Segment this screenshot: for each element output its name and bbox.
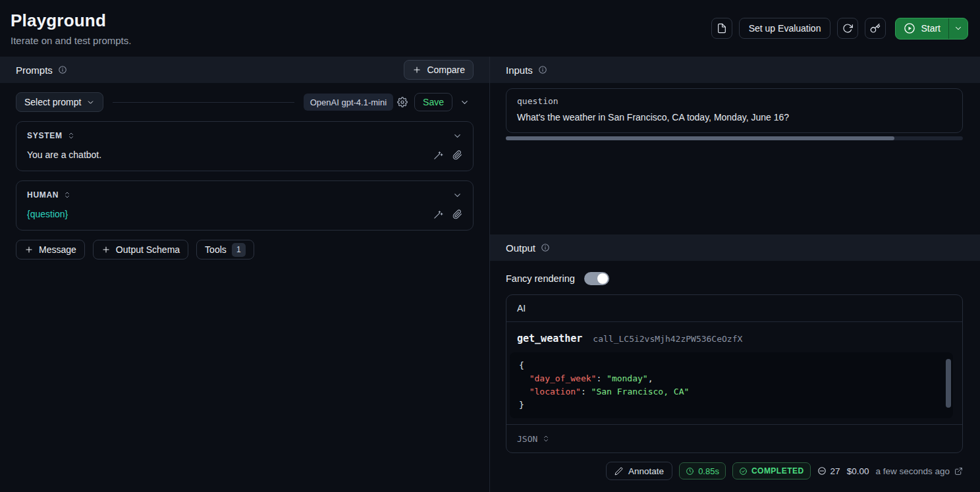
topbar-titles: Playground Iterate on and test prompts. [11,11,131,46]
latency-value: 0.85s [698,466,719,476]
add-message-button[interactable]: Message [16,240,85,260]
message-content[interactable]: You are a chatbot. [27,150,433,160]
tools-button[interactable]: Tools 1 [196,240,254,260]
tool-arguments-code-block[interactable]: { "day_of_week": "monday", "location": "… [510,352,953,418]
message-actions [433,150,462,160]
page-title: Playground [11,11,131,31]
horizontal-scrollbar-thumb[interactable] [506,136,894,140]
external-link-icon [954,467,963,476]
select-prompt-label: Select prompt [24,97,81,107]
annotate-button[interactable]: Annotate [606,462,672,480]
add-output-schema-button[interactable]: Output Schema [93,240,188,260]
json-string: "San Francisco, CA" [591,387,690,396]
output-format-selector[interactable]: JSON [506,424,962,452]
paperclip-icon[interactable] [452,209,462,219]
reorder-icon[interactable] [67,132,75,140]
toolbar-divider [113,102,294,103]
vertical-scrollbar [946,358,951,412]
refresh-icon [842,23,853,34]
reorder-icon [542,435,550,443]
cost-value[interactable]: $0.00 [847,466,869,476]
collapse-toolbar-button[interactable] [455,93,474,111]
check-circle-icon [739,467,748,476]
code-line: "location": "San Francisco, CA" [519,385,944,398]
add-message-label: Message [39,244,76,255]
wand-icon[interactable] [433,209,443,219]
tools-label: Tools [205,244,227,255]
plus-icon [24,245,34,254]
start-button[interactable]: Start [896,18,948,39]
collapse-message-icon[interactable] [452,131,462,141]
plus-icon [101,245,111,254]
time-ago-label: a few seconds ago [875,466,950,476]
code-line: "day_of_week": "monday", [519,372,944,385]
result-footer: Annotate 0.85s COMPLETED [506,462,963,480]
clock-icon [686,467,694,476]
fancy-rendering-label: Fancy rendering [506,273,575,284]
paperclip-icon[interactable] [452,150,462,160]
prompts-title: Prompts [16,65,53,76]
input-variable-value[interactable]: What's the weather in San Francisco, CA … [517,112,952,123]
tool-call-id: call_LC5i2vsMjh42zPW536CeOzfX [593,334,742,344]
output-header: Output [490,234,980,261]
save-button[interactable]: Save [414,93,452,111]
tool-call-row: get_weather call_LC5i2vsMjh42zPW536CeOzf… [506,322,962,352]
setup-evaluation-button[interactable]: Set up Evaluation [739,18,831,39]
message-body: You are a chatbot. [27,147,462,163]
vertical-scrollbar-thumb[interactable] [946,359,951,408]
latency-badge[interactable]: 0.85s [679,462,726,479]
io-panel: Inputs question What's the weather in Sa… [490,57,980,492]
select-prompt-dropdown[interactable]: Select prompt [16,92,103,112]
code-line: { [519,359,944,372]
file-button[interactable] [711,18,732,39]
code-line: } [519,398,944,412]
token-count[interactable]: 27 [817,466,840,476]
play-circle-icon [904,22,915,34]
refresh-button[interactable] [837,18,858,39]
run-timestamp[interactable]: a few seconds ago [875,466,963,476]
api-key-button[interactable] [865,18,886,39]
reorder-icon[interactable] [63,191,71,199]
prompts-panel: Prompts Compare Select prompt [0,57,490,492]
key-icon [870,23,881,34]
ai-label: AI [517,303,526,314]
json-key: "day_of_week" [530,373,597,383]
message-actions [433,209,462,219]
message-card-human: HUMAN {question} [16,180,474,231]
message-header: HUMAN [27,188,462,202]
info-icon[interactable] [538,65,547,74]
fancy-rendering-toggle[interactable] [584,272,609,285]
model-settings-button[interactable] [393,93,412,111]
input-variable-name: question [517,96,952,106]
wand-icon[interactable] [433,150,443,160]
tool-name: get_weather [517,333,582,344]
info-icon[interactable] [58,65,67,74]
status-value: COMPLETED [751,466,804,476]
json-key: "location" [530,387,581,396]
prompt-toolbar: Select prompt OpenAI gpt-4.1-mini Save [16,92,474,112]
start-label: Start [921,23,940,34]
message-content-variable[interactable]: {question} [27,209,433,219]
start-options-button[interactable] [948,18,967,39]
output-format-label: JSON [517,434,537,444]
info-icon[interactable] [541,243,550,252]
toggle-knob [597,273,608,284]
collapse-message-icon[interactable] [452,190,462,200]
compare-button[interactable]: Compare [404,60,474,80]
start-split-button: Start [895,18,968,40]
add-output-schema-label: Output Schema [116,244,180,255]
prompts-body: Select prompt OpenAI gpt-4.1-mini Save [0,83,489,260]
tokens-icon [817,466,827,476]
status-badge[interactable]: COMPLETED [732,462,811,479]
horizontal-scrollbar [506,136,963,140]
inputs-body: question What's the weather in San Franc… [490,83,980,234]
ai-message-header: AI [506,295,962,322]
chevron-down-icon [86,98,95,107]
model-badge[interactable]: OpenAI gpt-4.1-mini [304,94,393,111]
prompts-header: Prompts Compare [0,57,489,83]
topbar: Playground Iterate on and test prompts. … [0,0,980,57]
topbar-actions: Set up Evaluation Start [711,18,968,40]
message-role-label: HUMAN [27,190,59,200]
json-string: "monday" [607,373,648,383]
token-count-value: 27 [830,466,840,476]
